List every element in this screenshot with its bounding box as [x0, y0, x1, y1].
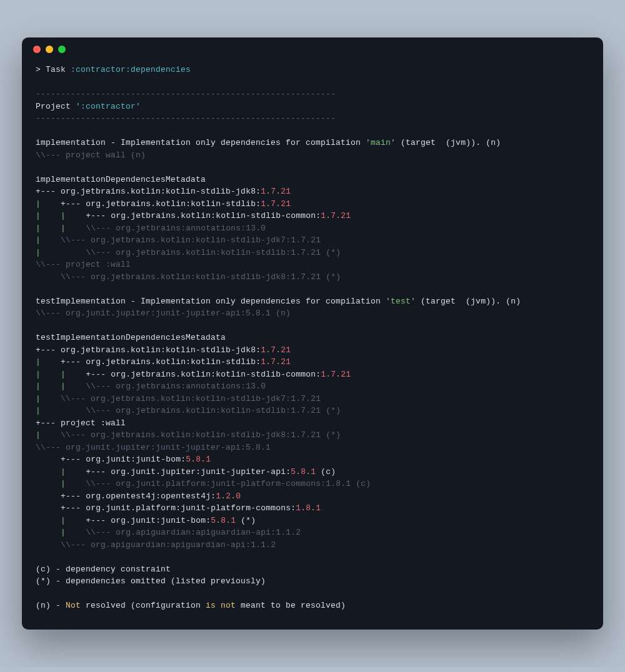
implementation-header: implementation - Implementation only dep… — [36, 138, 501, 147]
tree-row: +--- org.jetbrains.kotlin:kotlin-stdlib-… — [36, 187, 291, 196]
tree-row: +--- org.opentest4j:opentest4j:1.2.0 — [36, 492, 241, 501]
task-path: :contractor:dependencies — [71, 65, 191, 74]
tree-row: | \\--- org.jetbrains.kotlin:kotlin-stdl… — [36, 430, 341, 440]
tree-row: \\--- org.jetbrains.kotlin:kotlin-stdlib… — [36, 272, 341, 282]
legend-n-mid: resolved (configuration — [81, 601, 206, 610]
task-prefix: > Task — [36, 65, 71, 74]
tree1-container: +--- org.jetbrains.kotlin:kotlin-stdlib-… — [36, 187, 351, 282]
tree-row: +--- org.junit.platform:junit-platform-c… — [36, 503, 321, 513]
tree-row: | | +--- org.jetbrains.kotlin:kotlin-std… — [36, 211, 351, 220]
tree-row: | +--- org.junit.jupiter:junit-jupiter-a… — [36, 467, 336, 477]
tree-row: | \\--- org.jetbrains.kotlin:kotlin-stdl… — [36, 235, 321, 245]
impl-header-post: (target (jvm)). (n) — [396, 138, 501, 147]
tree-row: | \\--- org.jetbrains.kotlin:kotlin-stdl… — [36, 248, 341, 257]
tree-row: | \\--- org.jetbrains.kotlin:kotlin-stdl… — [36, 394, 321, 403]
test-impl-pre: testImplementation - Implementation only… — [36, 297, 386, 306]
legend-n-not: Not — [66, 601, 81, 610]
maximize-icon[interactable] — [58, 46, 66, 53]
test-impl-post: (target (jvm)). (n) — [416, 297, 521, 306]
close-icon[interactable] — [33, 46, 41, 53]
tree-row: | | +--- org.jetbrains.kotlin:kotlin-std… — [36, 370, 351, 379]
terminal-window: > Task :contractor:dependencies --------… — [22, 37, 603, 630]
tree-row: | | \\--- org.jetbrains:annotations:13.0 — [36, 224, 266, 233]
tree-row: | \\--- org.junit.platform:junit-platfor… — [36, 479, 371, 488]
test-impl-compilation: 'test' — [386, 297, 416, 306]
test-implementation-header: testImplementation - Implementation only… — [36, 297, 521, 306]
tree-row: | | \\--- org.jetbrains:annotations:13.0 — [36, 382, 266, 391]
divider: ----------------------------------------… — [36, 89, 336, 99]
divider: ----------------------------------------… — [36, 114, 336, 123]
project-line: Project ':contractor' — [36, 102, 141, 111]
legend-n-isnot: is not — [206, 601, 236, 610]
impl-n-line: \\--- project wall (n) — [36, 151, 146, 160]
tree-row: +--- org.jetbrains.kotlin:kotlin-stdlib-… — [36, 345, 291, 355]
impl-header-compilation: 'main' — [366, 138, 396, 147]
legend-n-post: meant to be resolved) — [236, 601, 346, 610]
tree2-container: +--- org.jetbrains.kotlin:kotlin-stdlib-… — [36, 345, 371, 550]
project-name: ':contractor' — [76, 102, 141, 111]
minimize-icon[interactable] — [46, 46, 53, 53]
test-impl-n-line: \\--- org.junit.jupiter:junit-jupiter-ap… — [36, 309, 291, 318]
legend-star: (*) - dependencies omitted (listed previ… — [36, 576, 266, 586]
tree-row: +--- project :wall — [36, 418, 126, 428]
test-metadata-header: testImplementationDependenciesMetadata — [36, 333, 226, 342]
tree-row: \\--- org.junit.jupiter:junit-jupiter-ap… — [36, 443, 271, 452]
tree-row: | +--- org.jetbrains.kotlin:kotlin-stdli… — [36, 357, 291, 367]
tree-row: | +--- org.junit:junit-bom:5.8.1 (*) — [36, 516, 256, 525]
terminal-output: > Task :contractor:dependencies --------… — [22, 61, 603, 630]
legend-n: (n) - Not resolved (configuration is not… — [36, 601, 346, 610]
tree-row: | +--- org.jetbrains.kotlin:kotlin-stdli… — [36, 199, 291, 209]
task-line: > Task :contractor:dependencies — [36, 65, 191, 74]
legend-n-pre: (n) - — [36, 601, 66, 610]
titlebar — [22, 37, 603, 61]
impl-metadata-header: implementationDependenciesMetadata — [36, 175, 206, 184]
tree-row: \\--- org.apiguardian:apiguardian-api:1.… — [36, 540, 276, 550]
tree-row: +--- org.junit:junit-bom:5.8.1 — [36, 455, 211, 464]
legend-c: (c) - dependency constraint — [36, 565, 171, 574]
impl-header-pre: implementation - Implementation only dep… — [36, 138, 366, 147]
tree-row: \\--- project :wall — [36, 260, 131, 269]
tree-row: | \\--- org.apiguardian:apiguardian-api:… — [36, 528, 301, 537]
tree-row: | \\--- org.jetbrains.kotlin:kotlin-stdl… — [36, 406, 341, 415]
project-label: Project — [36, 102, 76, 111]
